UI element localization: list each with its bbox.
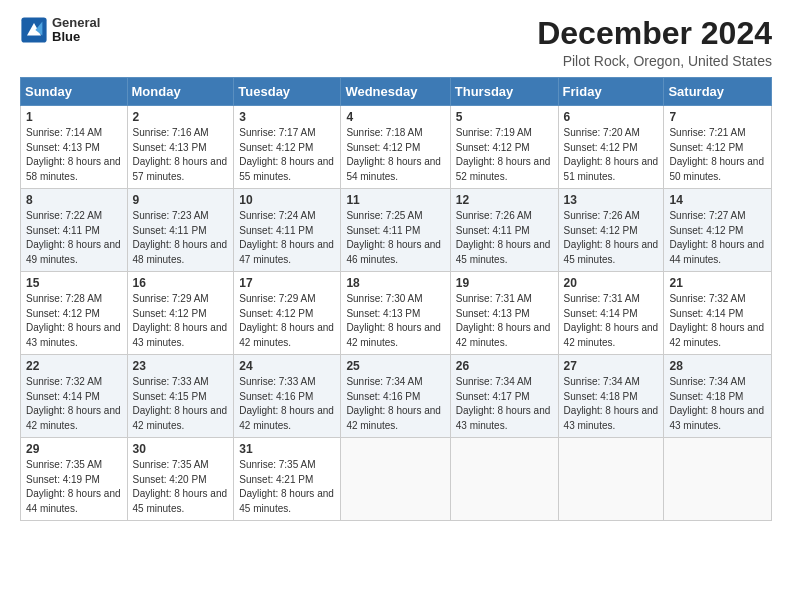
day-info: Sunrise: 7:32 AM Sunset: 4:14 PM Dayligh… (669, 292, 766, 350)
sunset-label: Sunset: 4:11 PM (133, 225, 207, 236)
calendar-cell: 29 Sunrise: 7:35 AM Sunset: 4:19 PM Dayl… (21, 438, 128, 521)
daylight-label: Daylight: 8 hours and 50 minutes. (669, 156, 764, 182)
sunrise-label: Sunrise: 7:21 AM (669, 127, 745, 138)
daylight-label: Daylight: 8 hours and 45 minutes. (133, 488, 228, 514)
day-number: 2 (133, 110, 229, 124)
sunrise-label: Sunrise: 7:20 AM (564, 127, 640, 138)
calendar-cell: 3 Sunrise: 7:17 AM Sunset: 4:12 PM Dayli… (234, 106, 341, 189)
sunset-label: Sunset: 4:12 PM (239, 142, 313, 153)
calendar-cell: 11 Sunrise: 7:25 AM Sunset: 4:11 PM Dayl… (341, 189, 450, 272)
daylight-label: Daylight: 8 hours and 42 minutes. (564, 322, 659, 348)
daylight-label: Daylight: 8 hours and 43 minutes. (669, 405, 764, 431)
sunset-label: Sunset: 4:12 PM (26, 308, 100, 319)
day-number: 1 (26, 110, 122, 124)
daylight-label: Daylight: 8 hours and 43 minutes. (564, 405, 659, 431)
day-info: Sunrise: 7:21 AM Sunset: 4:12 PM Dayligh… (669, 126, 766, 184)
sunset-label: Sunset: 4:12 PM (346, 142, 420, 153)
sunrise-label: Sunrise: 7:33 AM (239, 376, 315, 387)
daylight-label: Daylight: 8 hours and 43 minutes. (133, 322, 228, 348)
daylight-label: Daylight: 8 hours and 45 minutes. (239, 488, 334, 514)
day-info: Sunrise: 7:27 AM Sunset: 4:12 PM Dayligh… (669, 209, 766, 267)
title-block: December 2024 Pilot Rock, Oregon, United… (537, 16, 772, 69)
logo-line2: Blue (52, 30, 100, 44)
day-number: 25 (346, 359, 444, 373)
day-number: 4 (346, 110, 444, 124)
sunrise-label: Sunrise: 7:16 AM (133, 127, 209, 138)
day-number: 24 (239, 359, 335, 373)
day-info: Sunrise: 7:26 AM Sunset: 4:11 PM Dayligh… (456, 209, 553, 267)
sunrise-label: Sunrise: 7:24 AM (239, 210, 315, 221)
sunrise-label: Sunrise: 7:14 AM (26, 127, 102, 138)
daylight-label: Daylight: 8 hours and 42 minutes. (346, 405, 441, 431)
sunset-label: Sunset: 4:12 PM (564, 142, 638, 153)
sunrise-label: Sunrise: 7:33 AM (133, 376, 209, 387)
header: General Blue December 2024 Pilot Rock, O… (20, 16, 772, 69)
day-info: Sunrise: 7:19 AM Sunset: 4:12 PM Dayligh… (456, 126, 553, 184)
day-header-saturday: Saturday (664, 78, 772, 106)
day-header-thursday: Thursday (450, 78, 558, 106)
day-number: 8 (26, 193, 122, 207)
calendar-cell: 2 Sunrise: 7:16 AM Sunset: 4:13 PM Dayli… (127, 106, 234, 189)
sunrise-label: Sunrise: 7:30 AM (346, 293, 422, 304)
sunset-label: Sunset: 4:12 PM (669, 225, 743, 236)
day-info: Sunrise: 7:16 AM Sunset: 4:13 PM Dayligh… (133, 126, 229, 184)
day-number: 22 (26, 359, 122, 373)
sunset-label: Sunset: 4:13 PM (26, 142, 100, 153)
logo-line1: General (52, 16, 100, 30)
sunrise-label: Sunrise: 7:31 AM (456, 293, 532, 304)
sunrise-label: Sunrise: 7:29 AM (239, 293, 315, 304)
daylight-label: Daylight: 8 hours and 44 minutes. (669, 239, 764, 265)
calendar-cell: 12 Sunrise: 7:26 AM Sunset: 4:11 PM Dayl… (450, 189, 558, 272)
day-number: 10 (239, 193, 335, 207)
calendar-cell: 5 Sunrise: 7:19 AM Sunset: 4:12 PM Dayli… (450, 106, 558, 189)
sunrise-label: Sunrise: 7:27 AM (669, 210, 745, 221)
sunrise-label: Sunrise: 7:29 AM (133, 293, 209, 304)
daylight-label: Daylight: 8 hours and 45 minutes. (564, 239, 659, 265)
sunset-label: Sunset: 4:12 PM (133, 308, 207, 319)
day-number: 26 (456, 359, 553, 373)
day-info: Sunrise: 7:22 AM Sunset: 4:11 PM Dayligh… (26, 209, 122, 267)
sunrise-label: Sunrise: 7:25 AM (346, 210, 422, 221)
day-info: Sunrise: 7:25 AM Sunset: 4:11 PM Dayligh… (346, 209, 444, 267)
sunrise-label: Sunrise: 7:35 AM (26, 459, 102, 470)
day-info: Sunrise: 7:34 AM Sunset: 4:18 PM Dayligh… (669, 375, 766, 433)
sunset-label: Sunset: 4:12 PM (564, 225, 638, 236)
daylight-label: Daylight: 8 hours and 44 minutes. (26, 488, 121, 514)
subtitle: Pilot Rock, Oregon, United States (537, 53, 772, 69)
calendar-cell: 31 Sunrise: 7:35 AM Sunset: 4:21 PM Dayl… (234, 438, 341, 521)
day-header-sunday: Sunday (21, 78, 128, 106)
daylight-label: Daylight: 8 hours and 54 minutes. (346, 156, 441, 182)
sunrise-label: Sunrise: 7:26 AM (456, 210, 532, 221)
day-number: 18 (346, 276, 444, 290)
daylight-label: Daylight: 8 hours and 42 minutes. (133, 405, 228, 431)
sunset-label: Sunset: 4:19 PM (26, 474, 100, 485)
day-info: Sunrise: 7:18 AM Sunset: 4:12 PM Dayligh… (346, 126, 444, 184)
day-header-monday: Monday (127, 78, 234, 106)
day-info: Sunrise: 7:24 AM Sunset: 4:11 PM Dayligh… (239, 209, 335, 267)
daylight-label: Daylight: 8 hours and 58 minutes. (26, 156, 121, 182)
sunrise-label: Sunrise: 7:34 AM (346, 376, 422, 387)
calendar-cell: 21 Sunrise: 7:32 AM Sunset: 4:14 PM Dayl… (664, 272, 772, 355)
day-info: Sunrise: 7:35 AM Sunset: 4:21 PM Dayligh… (239, 458, 335, 516)
sunset-label: Sunset: 4:13 PM (133, 142, 207, 153)
day-number: 15 (26, 276, 122, 290)
daylight-label: Daylight: 8 hours and 43 minutes. (456, 405, 551, 431)
sunrise-label: Sunrise: 7:18 AM (346, 127, 422, 138)
sunrise-label: Sunrise: 7:32 AM (26, 376, 102, 387)
day-number: 3 (239, 110, 335, 124)
calendar-cell: 23 Sunrise: 7:33 AM Sunset: 4:15 PM Dayl… (127, 355, 234, 438)
sunrise-label: Sunrise: 7:32 AM (669, 293, 745, 304)
daylight-label: Daylight: 8 hours and 48 minutes. (133, 239, 228, 265)
daylight-label: Daylight: 8 hours and 45 minutes. (456, 239, 551, 265)
logo: General Blue (20, 16, 100, 45)
day-number: 13 (564, 193, 659, 207)
calendar-cell: 20 Sunrise: 7:31 AM Sunset: 4:14 PM Dayl… (558, 272, 664, 355)
calendar-cell: 19 Sunrise: 7:31 AM Sunset: 4:13 PM Dayl… (450, 272, 558, 355)
sunrise-label: Sunrise: 7:22 AM (26, 210, 102, 221)
calendar-week-1: 1 Sunrise: 7:14 AM Sunset: 4:13 PM Dayli… (21, 106, 772, 189)
day-number: 7 (669, 110, 766, 124)
sunset-label: Sunset: 4:16 PM (346, 391, 420, 402)
day-number: 6 (564, 110, 659, 124)
day-info: Sunrise: 7:34 AM Sunset: 4:17 PM Dayligh… (456, 375, 553, 433)
calendar-cell: 17 Sunrise: 7:29 AM Sunset: 4:12 PM Dayl… (234, 272, 341, 355)
